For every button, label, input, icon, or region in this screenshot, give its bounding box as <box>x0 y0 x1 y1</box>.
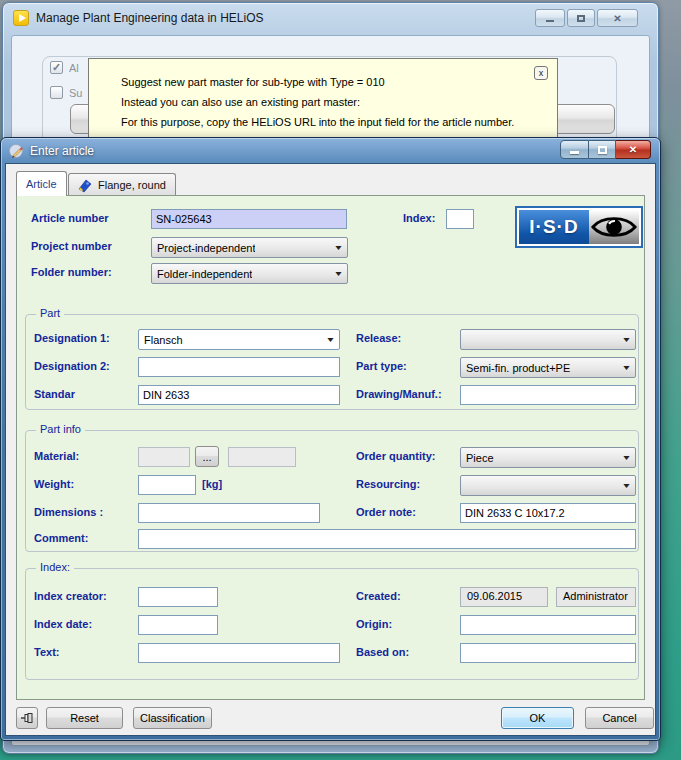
parent-titlebar[interactable]: Manage Plant Engineering data in HELiOS … <box>3 3 658 33</box>
minimize-icon <box>570 151 579 154</box>
index-legend: Index: <box>36 561 74 573</box>
parent-caption-buttons: ✕ <box>535 9 638 27</box>
created-user-field: Administrator <box>556 587 636 607</box>
folder-number-label: Folder number: <box>31 266 112 278</box>
origin-input[interactable] <box>460 615 636 635</box>
order-note-label: Order note: <box>356 506 416 518</box>
index-input[interactable] <box>446 209 474 229</box>
index-date-label: Index date: <box>34 618 92 630</box>
article-tab-panel: Article number Index: I·S·D Project numb… <box>16 195 645 700</box>
release-label: Release: <box>356 332 401 344</box>
tab-article[interactable]: Article <box>16 171 67 196</box>
drawing-manuf-label: Drawing/Manuf.: <box>356 388 442 400</box>
designation1-select[interactable]: Flansch ▼ <box>138 329 340 350</box>
origin-label: Origin: <box>356 618 392 630</box>
drawing-manuf-input[interactable] <box>460 385 636 405</box>
tooltip-close-button[interactable]: x <box>534 66 548 80</box>
designation1-label: Designation 1: <box>34 332 110 344</box>
part-info-groupbox: Part info Material: ... Order quantity: … <box>25 430 639 552</box>
reset-button[interactable]: Reset <box>46 707 123 729</box>
desktop-background: Manage Plant Engineering data in HELiOS … <box>0 0 681 760</box>
weight-label: Weight: <box>34 478 74 490</box>
app-icon <box>13 10 29 26</box>
tooltip-line: For this purpose, copy the HELiOS URL in… <box>121 112 543 132</box>
dropdown-arrow-icon: ▼ <box>621 336 631 343</box>
order-quantity-label: Order quantity: <box>356 450 435 462</box>
dialog-titlebar[interactable]: Enter article ✕ <box>1 138 660 163</box>
pin-dialog-button[interactable] <box>16 707 38 729</box>
index-creator-input[interactable] <box>138 587 218 607</box>
dropdown-arrow-icon: ▼ <box>621 482 631 489</box>
text-input[interactable] <box>138 643 340 663</box>
designation2-input[interactable] <box>138 357 340 377</box>
order-note-input[interactable] <box>460 503 636 523</box>
pushpin-icon <box>20 711 34 725</box>
parent-window-title: Manage Plant Engineering data in HELiOS <box>36 11 263 25</box>
resourcing-label: Resourcing: <box>356 478 420 490</box>
cancel-button[interactable]: Cancel <box>585 707 654 729</box>
weight-unit-label: [kg] <box>202 478 222 490</box>
maximize-icon <box>598 146 607 154</box>
dropdown-arrow-icon: ▼ <box>325 336 335 343</box>
maximize-button[interactable] <box>589 140 616 159</box>
isd-eye-icon <box>589 210 639 244</box>
checkbox-unchecked[interactable] <box>50 86 63 99</box>
part-type-label: Part type: <box>356 360 407 372</box>
part-info-legend: Part info <box>36 423 85 435</box>
text-label: Text: <box>34 646 59 658</box>
standard-input[interactable] <box>138 385 340 405</box>
article-number-input[interactable] <box>151 209 347 229</box>
classification-button[interactable]: Classification <box>133 707 212 729</box>
part-groupbox: Part Designation 1: Flansch ▼ Release: ▼… <box>25 314 639 410</box>
checkbox-checked[interactable]: ✓ <box>50 61 63 74</box>
part-type-select[interactable]: Semi-fin. product+PE ▼ <box>460 357 636 378</box>
isd-logo: I·S·D <box>515 206 643 248</box>
dropdown-arrow-icon: ▼ <box>621 454 631 461</box>
index-creator-label: Index creator: <box>34 590 107 602</box>
comment-label: Comment: <box>34 532 88 544</box>
minimize-button[interactable] <box>560 140 589 159</box>
order-quantity-select[interactable]: Piece ▼ <box>460 447 636 468</box>
maximize-icon <box>577 15 585 22</box>
resourcing-select[interactable]: ▼ <box>460 475 636 496</box>
project-number-label: Project number <box>31 240 112 252</box>
tab-flange-round[interactable]: Flange, round <box>68 173 176 196</box>
release-select[interactable]: ▼ <box>460 329 636 350</box>
close-button[interactable]: ✕ <box>597 9 638 27</box>
enter-article-dialog: Enter article ✕ Article Flange, round <box>0 137 661 741</box>
tab-label: Article <box>26 178 57 190</box>
dimensions-input[interactable] <box>138 503 320 523</box>
project-number-select[interactable]: Project-independent ▼ <box>151 237 348 258</box>
created-date-field: 09.06.2015 <box>460 587 548 607</box>
tab-label: Flange, round <box>98 179 166 191</box>
standard-label: Standar <box>34 388 75 400</box>
minimize-icon <box>546 20 554 22</box>
dialog-body: Article Flange, round Article number Ind… <box>5 163 656 736</box>
weight-input[interactable] <box>138 475 196 495</box>
flange-icon <box>78 178 93 193</box>
minimize-button[interactable] <box>535 9 565 27</box>
dropdown-arrow-icon: ▼ <box>333 244 343 251</box>
dimensions-label: Dimensions : <box>34 506 103 518</box>
material-browse-button[interactable]: ... <box>195 446 219 467</box>
ok-button[interactable]: OK <box>501 707 574 729</box>
material-label: Material: <box>34 450 79 462</box>
index-groupbox: Index: Index creator: Created: 09.06.201… <box>25 568 639 680</box>
index-date-input[interactable] <box>138 615 218 635</box>
play-arrow-icon <box>19 14 26 22</box>
folder-number-select[interactable]: Folder-independent ▼ <box>151 263 348 284</box>
material-input-2 <box>228 447 296 467</box>
dropdown-arrow-icon: ▼ <box>621 364 631 371</box>
comment-input[interactable] <box>138 529 636 549</box>
hint-tooltip: x Suggest new part master for sub-type w… <box>88 58 558 138</box>
dialog-caption-buttons: ✕ <box>560 140 651 159</box>
based-on-input[interactable] <box>460 643 636 663</box>
index-label: Index: <box>403 212 435 224</box>
close-icon: ✕ <box>613 13 621 24</box>
isd-logo-text: I·S·D <box>519 210 589 244</box>
material-input-1 <box>138 447 190 467</box>
maximize-button[interactable] <box>567 9 595 27</box>
close-button[interactable]: ✕ <box>616 140 651 159</box>
dialog-title: Enter article <box>30 144 94 158</box>
close-icon: ✕ <box>629 144 637 155</box>
